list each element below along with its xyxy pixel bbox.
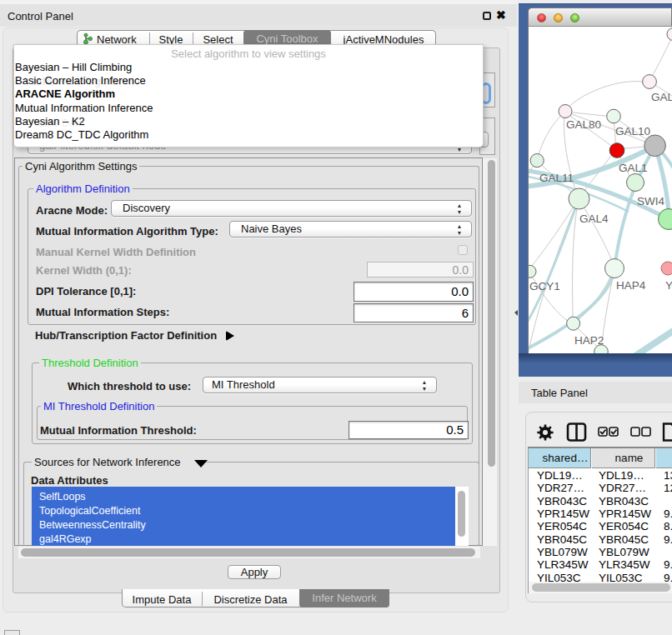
svg-text:GCY1: GCY1 [529,280,560,292]
svg-text:GAL1: GAL1 [619,162,648,174]
svg-text:SWI4: SWI4 [637,195,664,208]
svg-text:GAL11: GAL11 [539,172,574,184]
svg-text:GAL4: GAL4 [579,212,609,225]
svg-text:GAL7: GAL7 [651,91,672,103]
svg-text:HAP2: HAP2 [574,334,604,347]
svg-text:GAL10: GAL10 [615,125,650,138]
svg-text:HAP4: HAP4 [616,279,646,292]
svg-text:Y: Y [665,279,672,292]
svg-text:GAL80: GAL80 [566,118,601,131]
